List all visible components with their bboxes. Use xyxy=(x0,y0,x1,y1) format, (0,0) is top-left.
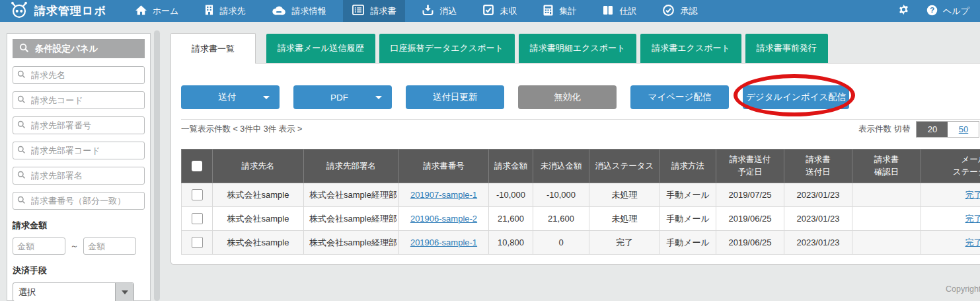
search-icon xyxy=(17,95,26,104)
select-caret-button[interactable] xyxy=(115,283,133,301)
invoice-link[interactable]: 201907-sample-1 xyxy=(410,190,477,200)
pdf-button[interactable]: PDF xyxy=(293,85,392,109)
col-mail-status: メール ステータス xyxy=(921,150,980,183)
toolbar-divider xyxy=(181,119,980,120)
invoice-link[interactable]: 201906-sample-1 xyxy=(410,237,477,247)
col-scheduled-send-date: 請求書送付 予定日 xyxy=(716,150,784,183)
unsettled-cell: 21,600 xyxy=(533,207,589,231)
amount-cell: -10,000 xyxy=(489,183,533,207)
mail-status-link[interactable]: 完了 xyxy=(965,214,980,224)
search-field-dept-number xyxy=(13,116,145,134)
method-cell: 手動メール xyxy=(660,231,716,255)
nav-item-billing-clients[interactable]: 請求先 xyxy=(196,0,254,22)
row-checkbox[interactable] xyxy=(192,213,203,224)
col-billing-method: 請求方法 xyxy=(660,150,716,183)
range-separator: ～ xyxy=(70,240,79,252)
tab-invoice-detail-export[interactable]: 請求書明細エクスポート xyxy=(519,34,637,63)
col-confirmed-date: 請求書 確認日 xyxy=(852,150,921,183)
settle-status-cell: 未処理 xyxy=(589,183,660,207)
row-checkbox[interactable] xyxy=(192,189,203,200)
mail-status-link[interactable]: 完了 xyxy=(965,190,980,200)
nav-item-reconciliation[interactable]: 消込 xyxy=(413,0,466,22)
home-icon xyxy=(135,5,147,17)
page-size-20[interactable]: 20 xyxy=(917,122,948,137)
settle-status-cell: 完了 xyxy=(589,231,660,255)
unsettled-cell: -10,000 xyxy=(533,183,589,207)
tab-invoice-list[interactable]: 請求書一覧 xyxy=(170,33,256,64)
amount-min-input[interactable] xyxy=(13,237,65,255)
nav-item-journal[interactable]: 仕訳 xyxy=(593,0,646,22)
building-icon xyxy=(205,5,213,17)
sidebar-scrollbar[interactable] xyxy=(154,30,160,301)
nav-item-billing-info[interactable]: 請求情報 xyxy=(262,0,335,22)
nav-item-home[interactable]: ホーム xyxy=(126,0,188,22)
svg-text:?: ? xyxy=(930,5,934,15)
nav-right-group: ? ヘルプ xyxy=(898,4,969,18)
update-send-date-button[interactable]: 送付日更新 xyxy=(406,85,504,109)
invalidate-button[interactable]: 無効化 xyxy=(518,85,617,109)
col-sent-date: 請求書 送付日 xyxy=(784,150,852,183)
client-cell: 株式会社sample xyxy=(213,207,304,231)
search-field-client-code xyxy=(13,91,145,109)
table-row: 株式会社sample 株式会社sample経理部 201907-sample-1… xyxy=(182,183,980,207)
help-button[interactable]: ? ヘルプ xyxy=(926,5,969,18)
page-size-label: 表示件数 切替 xyxy=(858,124,910,135)
search-icon xyxy=(17,120,26,129)
unsettled-cell: 0 xyxy=(533,231,589,255)
col-dept-name: 請求先部署名 xyxy=(304,150,399,183)
tab-mail-history[interactable]: 請求書メール送信履歴 xyxy=(266,34,375,63)
send-button[interactable]: 送付 xyxy=(181,85,280,109)
billing-amount-label: 請求金額 xyxy=(13,220,145,232)
tab-account-transfer-export[interactable]: 口座振替データエクスポート xyxy=(379,34,515,63)
nav-item-unpaid[interactable]: 未収 xyxy=(474,0,526,22)
tab-invoice-preissue[interactable]: 請求書事前発行 xyxy=(745,34,828,63)
client-name-input[interactable] xyxy=(13,66,145,84)
invoice-list-icon xyxy=(352,5,364,17)
search-field-dept-name xyxy=(13,167,145,185)
scheduled-date-cell: 2019/06/25 xyxy=(716,231,784,255)
client-cell: 株式会社sample xyxy=(213,231,304,255)
amount-max-input[interactable] xyxy=(83,237,136,255)
invoice-number-input[interactable] xyxy=(13,192,145,210)
page-size-control: 表示件数 切替 20 50 xyxy=(858,121,979,138)
columns-icon xyxy=(603,5,613,17)
select-all-header xyxy=(182,150,213,183)
client-cell: 株式会社sample xyxy=(213,183,304,207)
search-field-invoice-number xyxy=(13,192,145,210)
billing-amount-range: ～ xyxy=(13,237,145,255)
amount-cell: 10,800 xyxy=(489,231,533,255)
tab-invoice-export[interactable]: 請求書エクスポート xyxy=(640,34,741,63)
dept-number-input[interactable] xyxy=(13,116,145,134)
mail-status-link[interactable]: 完了 xyxy=(965,237,980,247)
dept-name-input[interactable] xyxy=(13,167,145,185)
calculator-icon xyxy=(543,5,553,18)
col-unsettled-amount: 未消込金額 xyxy=(533,150,589,183)
chevron-down-icon xyxy=(375,96,382,99)
scheduled-date-cell: 2019/06/25 xyxy=(716,207,784,231)
nav-item-approval[interactable]: 承認 xyxy=(654,0,706,22)
table-header-row: 請求先名 請求先部署名 請求書番号 請求金額 未消込金額 消込ステータス 請求方… xyxy=(182,150,980,183)
col-client-name: 請求先名 xyxy=(213,150,304,183)
dept-code-input[interactable] xyxy=(13,142,145,159)
row-checkbox[interactable] xyxy=(192,237,203,248)
nav-item-invoices[interactable]: 請求書 xyxy=(343,0,405,22)
condition-panel: 条件設定パネル 請求金額 ～ 決済手段 選択 xyxy=(7,33,151,301)
nav-item-aggregation[interactable]: 集計 xyxy=(534,0,585,22)
settle-status-cell: 未処理 xyxy=(589,207,660,231)
client-code-input[interactable] xyxy=(13,91,145,109)
search-field-dept-code xyxy=(13,142,145,159)
dept-cell: 株式会社sample経理部 xyxy=(304,231,399,255)
payment-method-label: 決済手段 xyxy=(13,265,145,277)
list-count-info: 一覧表示件数 < 3件中 3件 表示 > xyxy=(181,124,302,135)
table-row: 株式会社sample 株式会社sample経理部 201906-sample-2… xyxy=(182,207,980,231)
gear-icon[interactable] xyxy=(898,4,909,18)
sent-date-cell: 2023/01/23 xyxy=(784,183,852,207)
page-size-toggle: 20 50 xyxy=(916,121,979,138)
digital-invoice-delivery-button[interactable]: デジタルインボイス配信 xyxy=(743,85,849,109)
payment-method-select[interactable]: 選択 xyxy=(13,282,134,301)
invoice-link[interactable]: 201906-sample-2 xyxy=(410,214,477,224)
app-title: 請求管理ロボ xyxy=(34,3,106,19)
page-size-50[interactable]: 50 xyxy=(948,122,979,137)
select-all-checkbox[interactable] xyxy=(192,161,202,171)
mypage-delivery-button[interactable]: マイページ配信 xyxy=(630,85,729,109)
